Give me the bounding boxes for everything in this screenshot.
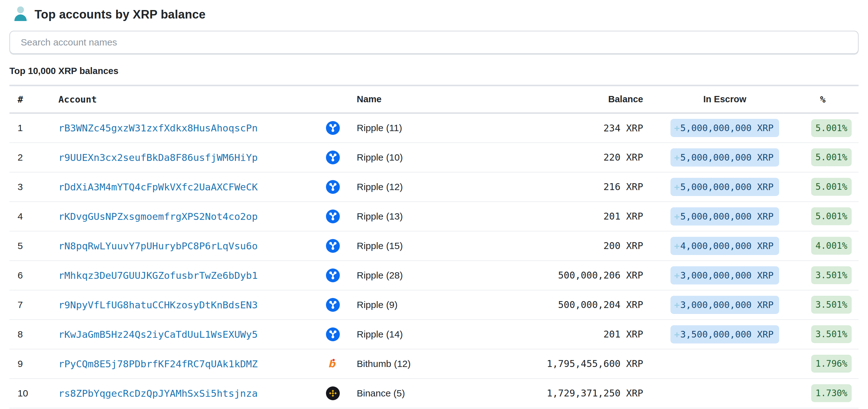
escrow-cell: +3,000,000,000 XRP (643, 290, 794, 319)
account-link[interactable]: rB3WNZc45gxzW31zxfXdkx8HusAhoqscPn (58, 122, 258, 134)
account-link[interactable]: rKDvgGUsNPZxsgmoemfrgXPS2Not4co2op (58, 211, 258, 222)
svg-text:b: b (328, 358, 336, 369)
account-link[interactable]: rs8ZPbYqgecRcDzQpJYAMhSxSi5htsjnza (58, 388, 258, 399)
column-header-name: Name (357, 86, 501, 113)
account-link[interactable]: rDdXiA3M4mYTQ4cFpWkVXfc2UaAXCFWeCK (58, 181, 258, 193)
search-row (9, 31, 859, 54)
table-row: 3rDdXiA3M4mYTQ4cFpWkVXfc2UaAXCFWeCKRippl… (9, 172, 859, 202)
account-cell: rPyCQm8E5j78PDbrfKF24fRC7qUAk1kDMZ (58, 349, 326, 379)
rank-cell: 5 (9, 231, 58, 261)
balance-cell: 1,795,455,600 XRP (501, 349, 643, 379)
escrow-cell: +5,000,000,000 XRP (643, 143, 794, 172)
escrow-value: 5,000,000,000 XRP (680, 152, 773, 163)
percent-badge: 1.796% (811, 355, 852, 373)
plus-icon: + (674, 329, 680, 340)
name-cell: Ripple (9) (357, 290, 501, 319)
plus-icon: + (674, 152, 680, 163)
balance-cell: 234 XRP (501, 113, 643, 143)
escrow-badge: +5,000,000,000 XRP (671, 178, 779, 196)
escrow-cell: +3,500,000,000 XRP (643, 319, 794, 349)
balance-cell: 500,000,204 XRP (501, 290, 643, 319)
account-link[interactable]: r9NpyVfLfUG8hatuCCHKzosyDtKnBdsEN3 (58, 299, 258, 310)
name-cell: Ripple (13) (357, 202, 501, 231)
table-row: 8rKwJaGmB5Hz24Qs2iyCaTdUuL1WsEXUWy5Rippl… (9, 319, 859, 349)
account-cell: rN8pqRwLYuuvY7pUHurybPC8P6rLqVsu6o (58, 231, 326, 261)
icon-cell (326, 290, 357, 319)
escrow-cell: +5,000,000,000 XRP (643, 202, 794, 231)
percent-cell: 1.730% (794, 379, 859, 408)
name-cell: Ripple (12) (357, 172, 501, 202)
icon-cell (326, 319, 357, 349)
percent-cell: 5.001% (794, 113, 859, 143)
ripple-icon (326, 209, 340, 223)
account-cell: rKwJaGmB5Hz24Qs2iyCaTdUuL1WsEXUWy5 (58, 319, 326, 349)
icon-cell (326, 231, 357, 261)
percent-badge: 3.501% (811, 296, 852, 314)
accounts-table-body: 1rB3WNZc45gxzW31zxfXdkx8HusAhoqscPnRippl… (9, 113, 859, 408)
escrow-cell (643, 349, 794, 379)
ripple-icon (326, 298, 340, 312)
table-row: 5rN8pqRwLYuuvY7pUHurybPC8P6rLqVsu6oRippl… (9, 231, 859, 261)
table-row: 9rPyCQm8E5j78PDbrfKF24fRC7qUAk1kDMZbBith… (9, 349, 859, 379)
account-cell: rB3WNZc45gxzW31zxfXdkx8HusAhoqscPn (58, 113, 326, 143)
ripple-icon (326, 150, 340, 164)
column-header-percent: % (794, 86, 859, 113)
percent-badge: 3.501% (811, 325, 852, 343)
escrow-badge: +5,000,000,000 XRP (671, 119, 779, 137)
rank-cell: 9 (9, 349, 58, 379)
account-link[interactable]: r9UUEXn3cx2seufBkDa8F86usfjWM6HiYp (58, 152, 258, 163)
escrow-value: 4,000,000,000 XRP (680, 241, 773, 251)
escrow-value: 5,000,000,000 XRP (680, 181, 773, 192)
rank-cell: 8 (9, 319, 58, 349)
balance-cell: 200 XRP (501, 231, 643, 261)
balance-cell: 220 XRP (501, 143, 643, 172)
escrow-cell: +3,000,000,000 XRP (643, 261, 794, 290)
percent-badge: 3.501% (811, 266, 852, 284)
rank-cell: 7 (9, 290, 58, 319)
percent-cell: 3.501% (794, 290, 859, 319)
account-link[interactable]: rKwJaGmB5Hz24Qs2iyCaTdUuL1WsEXUWy5 (58, 329, 258, 340)
column-header-escrow: In Escrow (643, 86, 794, 113)
name-cell: Ripple (28) (357, 261, 501, 290)
account-cell: rDdXiA3M4mYTQ4cFpWkVXfc2UaAXCFWeCK (58, 172, 326, 202)
account-link[interactable]: rMhkqz3DeU7GUUJKGZofusbrTwZe6bDyb1 (58, 270, 258, 281)
escrow-cell: +4,000,000,000 XRP (643, 231, 794, 261)
ripple-icon (326, 328, 340, 341)
table-row: 2r9UUEXn3cx2seufBkDa8F86usfjWM6HiYpRippl… (9, 143, 859, 172)
balance-cell: 500,000,206 XRP (501, 261, 643, 290)
percent-cell: 4.001% (794, 231, 859, 261)
icon-cell (326, 113, 357, 143)
escrow-badge: +3,500,000,000 XRP (671, 325, 779, 343)
percent-badge: 5.001% (811, 119, 852, 137)
escrow-badge: +3,000,000,000 XRP (671, 266, 779, 284)
plus-icon: + (674, 300, 680, 310)
account-link[interactable]: rN8pqRwLYuuvY7pUHurybPC8P6rLqVsu6o (58, 240, 258, 251)
bithumb-icon: b (326, 357, 340, 371)
column-header-balance: Balance (501, 86, 643, 113)
escrow-value: 3,500,000,000 XRP (680, 329, 773, 340)
table-row: 4rKDvgGUsNPZxsgmoemfrgXPS2Not4co2opRippl… (9, 202, 859, 231)
table-header: # Account Name Balance In Escrow % (9, 86, 859, 113)
escrow-cell: +5,000,000,000 XRP (643, 172, 794, 202)
ripple-icon (326, 180, 340, 194)
rank-cell: 1 (9, 113, 58, 143)
rank-cell: 4 (9, 202, 58, 231)
plus-icon: + (674, 270, 680, 281)
percent-cell: 1.796% (794, 349, 859, 379)
name-cell: Ripple (14) (357, 319, 501, 349)
percent-badge: 5.001% (811, 178, 852, 196)
rank-cell: 3 (9, 172, 58, 202)
percent-badge: 4.001% (811, 237, 852, 255)
plus-icon: + (674, 181, 680, 192)
person-icon (13, 5, 28, 24)
column-header-icon (326, 86, 357, 113)
escrow-badge: +4,000,000,000 XRP (671, 237, 779, 255)
account-cell: r9UUEXn3cx2seufBkDa8F86usfjWM6HiYp (58, 143, 326, 172)
plus-icon: + (674, 241, 680, 251)
search-input[interactable] (9, 31, 859, 54)
account-link[interactable]: rPyCQm8E5j78PDbrfKF24fRC7qUAk1kDMZ (58, 358, 258, 370)
percent-cell: 5.001% (794, 172, 859, 202)
account-cell: rs8ZPbYqgecRcDzQpJYAMhSxSi5htsjnza (58, 379, 326, 408)
escrow-cell: +5,000,000,000 XRP (643, 113, 794, 143)
table-row: 1rB3WNZc45gxzW31zxfXdkx8HusAhoqscPnRippl… (9, 113, 859, 143)
